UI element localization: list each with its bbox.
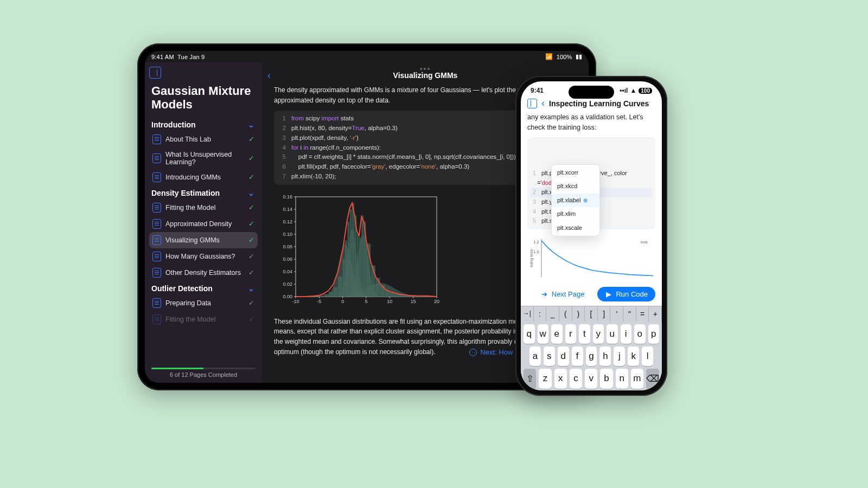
arrow-right-icon: → (469, 349, 477, 356)
checkmark-icon: ✓ (248, 252, 254, 260)
key[interactable]: g (586, 346, 597, 366)
key[interactable]: t (579, 324, 590, 344)
keyboard[interactable]: →|:_()[]'"=+ qwertyuiop asdfghjkl ⇧zxcvb… (521, 306, 662, 390)
back-button[interactable]: ‹ (541, 98, 545, 109)
sidebar-item[interactable]: Approximated Density ✓ (149, 216, 258, 232)
key[interactable]: ⌫ (646, 369, 659, 389)
key-row[interactable]: asdfghjkl (521, 344, 662, 366)
sidebar-item[interactable]: Introducing GMMs ✓ (149, 169, 258, 185)
key[interactable]: q (524, 324, 535, 344)
key[interactable]: z (539, 369, 551, 389)
sidebar: Gaussian Mixture Models Introduction⌄ Ab… (145, 62, 262, 383)
symbol-key[interactable]: ) (572, 306, 585, 322)
svg-text:0: 0 (341, 299, 344, 304)
page-icon (152, 314, 161, 324)
code-block[interactable]: plt.xcorrplt.xkcdplt.xlabel ⊕plt.xlimplt… (527, 137, 655, 229)
sidebar-item-label: What Is Unsupervised Learning? (165, 151, 244, 166)
key[interactable]: n (616, 369, 628, 389)
key[interactable]: w (538, 324, 549, 344)
svg-text:0.00: 0.00 (283, 294, 292, 299)
symbol-key[interactable]: + (649, 306, 662, 322)
key-row[interactable]: qwertyuiop (521, 322, 662, 344)
key[interactable]: c (570, 369, 582, 389)
symbol-key[interactable]: : (534, 306, 547, 322)
battery-icon: ▮▮ (576, 53, 582, 60)
svg-text:0.12: 0.12 (283, 219, 292, 224)
key[interactable]: j (614, 346, 625, 366)
key[interactable]: p (648, 324, 660, 344)
run-code-button[interactable]: ▶ Run Code (597, 287, 655, 301)
symbol-key[interactable]: ' (610, 306, 623, 322)
checkmark-icon: ✓ (248, 173, 254, 181)
key[interactable]: o (634, 324, 646, 344)
body-text: any examples as a validation set. Let's … (521, 112, 662, 133)
key[interactable]: m (631, 369, 643, 389)
sidebar-item-label: Fitting the Model (165, 316, 244, 323)
progress-footer: 6 of 12 Pages Completed (149, 363, 258, 383)
back-button[interactable]: ‹ (267, 70, 271, 81)
key[interactable]: e (551, 324, 563, 344)
ipad-status-bar: 9:41 AM Tue Jan 9 📶 100% ▮▮ (145, 51, 589, 62)
page-icon (152, 268, 161, 278)
autocomplete-item[interactable]: plt.xkcd (552, 179, 599, 194)
symbol-key[interactable]: →| (521, 306, 534, 322)
svg-text:-5: -5 (317, 299, 321, 304)
key[interactable]: x (554, 369, 567, 389)
sidebar-section[interactable]: Outlier Detection⌄ (149, 281, 258, 295)
key[interactable]: y (593, 324, 604, 344)
sidebar-item[interactable]: Fitting the Model ✓ (149, 200, 258, 216)
autocomplete-item[interactable]: plt.xlim (552, 207, 599, 221)
symbol-key[interactable]: _ (546, 306, 559, 322)
checkmark-icon: ✓ (248, 220, 254, 228)
key[interactable]: k (628, 346, 639, 366)
sidebar-section[interactable]: Introduction⌄ (149, 117, 258, 131)
symbol-key[interactable]: [ (585, 306, 598, 322)
key[interactable]: h (599, 346, 611, 366)
key[interactable]: s (544, 346, 555, 366)
sidebar-item[interactable]: Other Density Estimators ✓ (149, 265, 258, 281)
sidebar-item[interactable]: How Many Gaussians? ✓ (149, 248, 258, 265)
sidebar-item[interactable]: About This Lab ✓ (149, 131, 258, 147)
svg-text:-10: -10 (292, 299, 299, 304)
key[interactable]: r (565, 324, 577, 344)
page-icon (152, 298, 161, 308)
autocomplete-item[interactable]: plt.xcorr (552, 166, 599, 180)
key[interactable]: i (621, 324, 632, 344)
svg-text:0.14: 0.14 (283, 207, 292, 212)
key[interactable]: v (585, 369, 597, 389)
key[interactable]: a (529, 346, 541, 366)
page-icon (152, 219, 161, 229)
key[interactable]: b (600, 369, 612, 389)
key[interactable]: u (607, 324, 618, 344)
page-icon (152, 172, 161, 182)
next-page-button[interactable]: ➔ Next Page (533, 287, 592, 301)
autocomplete-item[interactable]: plt.xscale (552, 221, 599, 235)
sidebar-item[interactable]: Visualizing GMMs ✓ (149, 232, 258, 248)
dynamic-island (569, 86, 614, 99)
symbol-key[interactable]: ] (598, 306, 611, 322)
sidebar-section[interactable]: Density Estimation⌄ (149, 185, 258, 200)
density-chart: -10-5051015200.000.020.040.060.080.100.1… (274, 194, 440, 308)
autocomplete-item[interactable]: plt.xlabel ⊕ (552, 194, 599, 208)
key-row-bottom[interactable]: 123 space return (521, 389, 662, 390)
sidebar-toggle-icon[interactable] (149, 67, 161, 79)
key[interactable]: f (572, 346, 583, 366)
iphone-device: 9:41 ••ıl ▲ 100 ‹ Inspecting Learning Cu… (515, 76, 667, 396)
symbol-key[interactable]: = (636, 306, 649, 322)
symbol-key[interactable]: ( (559, 306, 572, 322)
symbol-key[interactable]: " (623, 306, 636, 322)
svg-text:ining loss: ining loss (529, 249, 534, 267)
key[interactable]: l (642, 346, 653, 366)
sidebar-toggle-icon[interactable] (527, 99, 537, 108)
sidebar-item[interactable]: What Is Unsupervised Learning? ✓ (149, 147, 258, 169)
key-row[interactable]: ⇧zxcvbnm⌫ (521, 366, 662, 389)
sidebar-item[interactable]: Preparing Data ✓ (149, 295, 258, 311)
autocomplete-popup[interactable]: plt.xcorrplt.xkcdplt.xlabel ⊕plt.xlimplt… (551, 164, 600, 237)
wifi-icon: 📶 (545, 53, 553, 60)
key[interactable]: d (558, 346, 569, 366)
sidebar-item[interactable]: Fitting the Model ✓ (149, 311, 258, 328)
symbol-row[interactable]: →|:_()[]'"=+ (521, 306, 662, 322)
checkmark-icon: ✓ (248, 268, 254, 277)
ipad-date: Tue Jan 9 (177, 54, 205, 60)
key[interactable]: ⇧ (524, 369, 536, 389)
